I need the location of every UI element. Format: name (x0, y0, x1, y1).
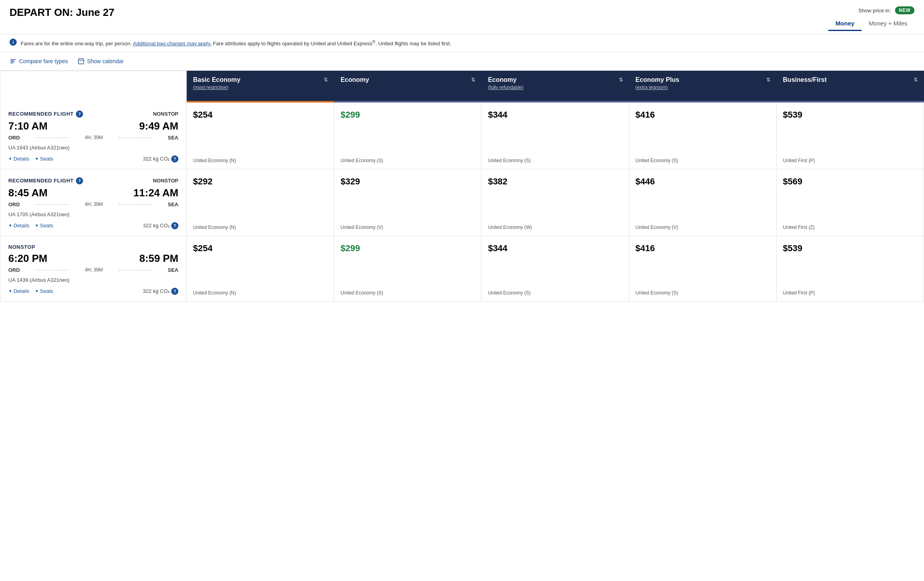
chevron-down-icon: ▼ (35, 289, 39, 293)
flight3-co2: 322 kg CO₂ (143, 288, 170, 294)
flight2-economy-plus-price: $446 (636, 176, 770, 187)
flight1-economy-price: $299 (340, 110, 475, 120)
flight2-arrive-time: 11:24 AM (133, 187, 178, 199)
flight2-economy-plus-price-cell[interactable]: $446 United Economy (V) (629, 169, 777, 236)
svg-rect-0 (78, 59, 84, 64)
flight3-economy-refund-price-cell[interactable]: $344 United Economy (S) (481, 236, 629, 302)
flight3-basic-fare-class: United Economy (N) (193, 274, 327, 296)
chevron-down-icon: ▼ (35, 157, 39, 161)
flight2-depart-time: 8:45 AM (8, 187, 48, 199)
sort-icon-basic[interactable]: ⇅ (324, 77, 328, 83)
flight2-economy-price: $329 (340, 176, 475, 187)
chevron-down-icon: ▼ (8, 289, 12, 293)
flight2-dashes: - - - - - - - - - - - - (20, 201, 85, 207)
flight2-badge-info[interactable]: ? (76, 177, 83, 184)
show-calendar-link[interactable]: Show calendar (77, 58, 124, 65)
flight1-business-price-cell[interactable]: $539 United First (P) (777, 103, 924, 169)
tab-money-miles[interactable]: Money + Miles (862, 17, 914, 31)
flight2-details-link[interactable]: ▼ Details (8, 223, 29, 229)
flight3-business-price-cell[interactable]: $539 United First (P) (777, 236, 924, 302)
flight3-depart-time: 6:20 PM (8, 252, 47, 265)
flight1-badge-info[interactable]: ? (76, 110, 83, 118)
flight2-badge: RECOMMENDED FLIGHT (8, 178, 73, 184)
calendar-icon (77, 58, 85, 65)
economy-refund-subtitle: (fully refundable) (488, 85, 622, 90)
flight1-economy-price-cell[interactable]: $299 United Economy (S) (334, 103, 481, 169)
flight1-dashes2: - - - - - - - - - - - - (103, 135, 168, 140)
flight3-business-fare-class: United First (P) (783, 274, 917, 296)
compare-label: Compare fare types (19, 58, 68, 64)
basic-economy-subtitle: (most restrictive) (193, 85, 328, 90)
flight3-economy-price-cell[interactable]: $299 United Economy (S) (334, 236, 481, 302)
business-title: Business/First (783, 76, 827, 83)
flight3-arrive-time: 8:59 PM (139, 252, 178, 265)
flight1-arrive-time: 9:49 AM (139, 120, 178, 132)
flight2-business-price-cell[interactable]: $569 United First (Z) (777, 169, 924, 236)
col-header-business: Business/First ⇅ (777, 71, 924, 103)
compare-fare-types-link[interactable]: Compare fare types (10, 58, 68, 65)
flight3-economy-plus-fare-class: United Economy (S) (636, 274, 770, 296)
flight2-economy-refund-price-cell[interactable]: $382 United Economy (W) (481, 169, 629, 236)
flight1-economy-refund-price-cell[interactable]: $344 United Economy (S) (481, 103, 629, 169)
price-tabs: Money Money + Miles (828, 17, 914, 31)
show-price-label: Show price in: (858, 8, 891, 14)
flight2-seats-link[interactable]: ▼ Seats (35, 223, 53, 229)
new-badge: NEW (895, 6, 915, 14)
price-toggle-area: Show price in: NEW Money Money + Miles (828, 6, 914, 31)
sort-icon-economy-plus[interactable]: ⇅ (766, 77, 770, 83)
flight3-economy-refund-fare-class: United Economy (S) (488, 274, 622, 296)
bag-charges-link[interactable]: Additional bag charges may apply. (133, 41, 212, 46)
chevron-down-icon: ▼ (8, 157, 12, 161)
flight3-economy-fare-class: United Economy (S) (340, 274, 475, 296)
economy-title: Economy (340, 76, 369, 83)
flight1-depart-time: 7:10 AM (8, 120, 48, 132)
flight2-co2-info[interactable]: ? (171, 222, 178, 229)
flight3-seats-link[interactable]: ▼ Seats (35, 288, 53, 294)
flight2-basic-fare-class: United Economy (N) (193, 209, 327, 230)
compare-icon (10, 58, 17, 65)
flight1-economy-fare-class: United Economy (S) (340, 142, 475, 163)
col-header-economy: Economy ⇅ (334, 71, 481, 103)
flight2-duration: 4H, 39M (85, 201, 102, 207)
flight2-number: UA 1705 (Airbus A321neo) (8, 211, 178, 217)
tab-money[interactable]: Money (828, 17, 862, 31)
flight-info-2: RECOMMENDED FLIGHT ? NONSTOP 8:45 AM 11:… (0, 169, 187, 236)
flight1-details-link[interactable]: ▼ Details (8, 156, 29, 162)
flight2-dashes2: - - - - - - - - - - - - (103, 201, 168, 207)
sort-icon-economy-refund[interactable]: ⇅ (619, 77, 623, 83)
flight1-economy-plus-fare-class: United Economy (S) (636, 142, 770, 163)
flight3-economy-price: $299 (340, 243, 475, 254)
flight3-business-price: $539 (783, 243, 917, 254)
flight2-economy-refund-fare-class: United Economy (W) (488, 209, 622, 230)
sort-icon-business[interactable]: ⇅ (914, 77, 918, 83)
flight1-co2: 322 kg CO₂ (143, 156, 170, 162)
sort-icon-economy[interactable]: ⇅ (471, 77, 475, 83)
flight2-economy-price-cell[interactable]: $329 United Economy (V) (334, 169, 481, 236)
flight3-origin: ORD (8, 267, 20, 273)
col-header-empty (0, 71, 187, 103)
flight1-economy-plus-price: $416 (636, 110, 770, 120)
flight3-basic-price-cell[interactable]: $254 United Economy (N) (187, 236, 334, 302)
flight1-basic-price-cell[interactable]: $254 United Economy (N) (187, 103, 334, 169)
col-header-economy-plus: Economy Plus ⇅ (extra legroom) (629, 71, 777, 103)
flight1-co2-info[interactable]: ? (171, 155, 178, 163)
fare-info-text: Fares are for the entire one-way trip, p… (21, 39, 451, 48)
flight2-basic-price-cell[interactable]: $292 United Economy (N) (187, 169, 334, 236)
flight3-dashes: - - - - - - - - - - - - (20, 267, 85, 273)
flight2-economy-fare-class: United Economy (V) (340, 209, 475, 230)
flight3-economy-plus-price-cell[interactable]: $416 United Economy (S) (629, 236, 777, 302)
controls-row: Compare fare types Show calendar (0, 52, 924, 70)
flight3-basic-price: $254 (193, 243, 327, 254)
flight1-badge: RECOMMENDED FLIGHT (8, 111, 73, 117)
flight1-origin: ORD (8, 135, 20, 141)
flight1-seats-link[interactable]: ▼ Seats (35, 156, 53, 162)
flight2-destination: SEA (168, 201, 178, 207)
flight1-economy-plus-price-cell[interactable]: $416 United Economy (S) (629, 103, 777, 169)
flight3-dashes2: - - - - - - - - - - - - (103, 267, 168, 273)
flight2-business-fare-class: United First (Z) (783, 209, 917, 230)
flight1-number: UA 1643 (Airbus A321neo) (8, 145, 178, 151)
flight3-details-link[interactable]: ▼ Details (8, 288, 29, 294)
flight1-duration: 4H, 39M (85, 135, 102, 140)
flight3-co2-info[interactable]: ? (171, 288, 178, 295)
flight-info-1: RECOMMENDED FLIGHT ? NONSTOP 7:10 AM 9:4… (0, 103, 187, 169)
